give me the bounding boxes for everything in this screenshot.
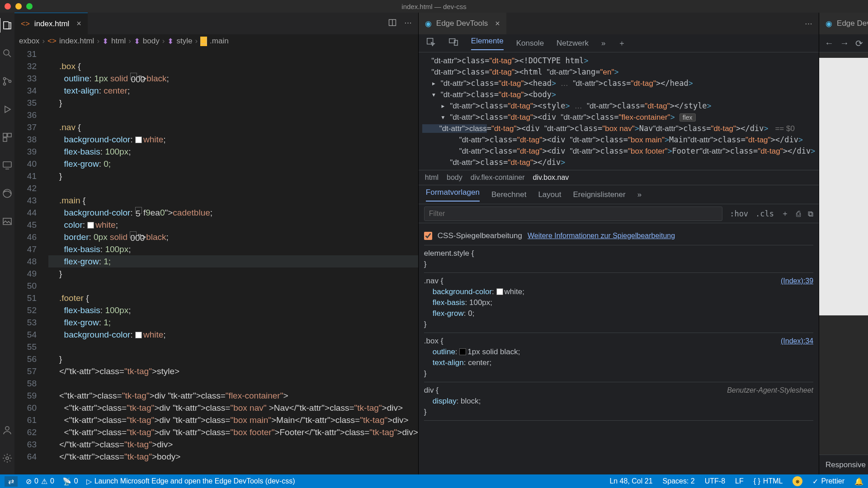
launch-task[interactable]: ▷ Launch Microsoft Edge and open the Edg… [86, 477, 295, 486]
activity-bar [0, 13, 14, 474]
dom-breadcrumb[interactable]: html body div.flex-container div.box.nav [419, 170, 819, 185]
eol-indicator[interactable]: LF [735, 476, 744, 486]
edge-icon: ◉ [826, 19, 832, 28]
svg-rect-13 [427, 38, 433, 44]
styles-toolbar: :hov .cls ＋ ⎙ ⧉ [419, 204, 819, 223]
mirror-info-link[interactable]: Weitere Informationen zur Spiegelbearbei… [528, 230, 675, 241]
svg-point-1 [4, 78, 6, 80]
hov-toggle[interactable]: :hov [730, 209, 748, 218]
browser-tabs: ◉ Edge DevTools: Browser × ⋯ [819, 13, 868, 34]
run-debug-icon[interactable] [0, 102, 14, 117]
add-panel-icon[interactable]: ＋ [618, 38, 626, 48]
panel-konsole[interactable]: Konsole [516, 39, 544, 48]
styles-tabs: Formatvorlagen Berechnet Layout Ereignis… [419, 185, 819, 204]
edge-icon: ◉ [425, 19, 432, 28]
device-toolbar: Responsive ▾ 404 × 570 ⇄ ✎ ◎ [819, 455, 868, 474]
more-tabs-icon[interactable]: » [637, 190, 642, 199]
more-actions-icon[interactable]: ⋯ [404, 18, 412, 29]
search-icon[interactable] [0, 46, 14, 61]
tab-index-html[interactable]: <> index.html × [14, 13, 88, 34]
problems-indicator[interactable]: ⊘ 0 ⚠ 0 [26, 477, 54, 486]
explorer-icon[interactable] [0, 18, 14, 33]
styles-pane[interactable]: CSS-Spiegelbearbeitung Weitere Informati… [419, 223, 819, 474]
language-indicator[interactable]: { } HTML [754, 476, 783, 486]
prettier-indicator[interactable]: ✓ Prettier [812, 476, 844, 486]
encoding-indicator[interactable]: UTF-8 [705, 476, 725, 486]
reload-icon[interactable]: ⟳ [855, 38, 863, 49]
minimize-window-button[interactable] [15, 3, 22, 9]
new-rule-icon[interactable]: ＋ [781, 208, 789, 219]
browser-panel: ◉ Edge DevTools: Browser × ⋯ ← → ⟳ ⧉ Nav… [819, 13, 868, 474]
editor-group: <> index.html × ⋯ exbox› <>index.html› ⬍… [14, 13, 418, 474]
devtools-toolbar: Elemente Konsole Netzwerk » ＋ [419, 34, 819, 52]
breadcrumb[interactable]: exbox› <>index.html› ⬍html› ⬍body› ⬍styl… [14, 34, 418, 48]
tab-edge-devtools[interactable]: ◉ Edge DevTools × [419, 13, 506, 34]
maximize-window-button[interactable] [26, 3, 33, 9]
edge-tools-icon[interactable] [0, 186, 14, 201]
inspect-element-icon[interactable] [426, 37, 436, 49]
more-panels-icon[interactable]: » [601, 39, 605, 48]
svg-point-0 [4, 50, 9, 55]
svg-rect-4 [3, 133, 7, 137]
split-editor-icon[interactable] [388, 18, 397, 29]
tab-edge-browser[interactable]: ◉ Edge DevTools: Browser × [819, 13, 868, 34]
svg-rect-7 [3, 162, 11, 167]
close-window-button[interactable] [5, 3, 11, 9]
ports-indicator[interactable]: 📡 0 [62, 477, 78, 486]
html-file-icon: <> [21, 19, 30, 28]
close-tab-icon[interactable]: × [495, 19, 500, 28]
image-icon[interactable] [0, 214, 14, 229]
styles-extra-icon[interactable]: ⎙ [796, 209, 801, 218]
cls-toggle[interactable]: .cls [755, 209, 774, 218]
svg-point-10 [5, 427, 9, 430]
svg-rect-9 [3, 218, 11, 225]
remote-indicator[interactable]: ⇄ [5, 476, 18, 487]
svg-rect-5 [8, 133, 11, 137]
mirror-checkbox[interactable] [424, 232, 432, 240]
editor-tabs: <> index.html × ⋯ [14, 13, 418, 34]
back-icon[interactable]: ← [825, 38, 834, 48]
tab-label: index.html [34, 19, 69, 28]
svg-point-3 [9, 80, 11, 83]
extensions-icon[interactable] [0, 130, 14, 145]
svg-point-11 [6, 457, 9, 460]
more-actions-icon[interactable]: ⋯ [805, 19, 812, 28]
svg-point-8 [3, 189, 11, 197]
device-mode[interactable]: Responsive ▾ [826, 460, 868, 469]
panel-elemente[interactable]: Elemente [471, 37, 504, 50]
status-bar: ⇄ ⊘ 0 ⚠ 0 📡 0 ▷ Launch Microsoft Edge an… [0, 474, 868, 488]
forward-icon[interactable]: → [840, 38, 849, 48]
dom-tree[interactable]: "dt-attr">class="dt-tag"><!DOCTYPE html>… [419, 52, 819, 170]
browser-viewport-wrap: Nav Main Footer [819, 52, 868, 455]
styles-filter-input[interactable] [424, 206, 722, 221]
device-toggle-icon[interactable] [448, 37, 458, 49]
cursor-position[interactable]: Ln 48, Col 21 [609, 476, 652, 486]
window-title: index.html — dev-css [401, 3, 466, 10]
svg-point-2 [4, 83, 6, 85]
code-editor[interactable]: 3132333435363738394041424344454647484950… [14, 48, 418, 474]
window-titlebar: index.html — dev-css [0, 0, 868, 13]
tab-berechnet[interactable]: Berechnet [491, 190, 527, 199]
devtools-panel: ◉ Edge DevTools × ⋯ Elemente Konsole Net… [418, 13, 819, 474]
accounts-icon[interactable] [0, 423, 14, 437]
browser-viewport[interactable]: Nav Main Footer [819, 58, 868, 315]
styles-extra2-icon[interactable]: ⧉ [808, 209, 813, 218]
devtools-tabs: ◉ Edge DevTools × ⋯ [419, 13, 819, 34]
browser-toolbar: ← → ⟳ ⧉ [819, 34, 868, 52]
remote-explorer-icon[interactable] [0, 158, 14, 173]
source-control-icon[interactable] [0, 74, 14, 89]
settings-gear-icon[interactable] [0, 451, 14, 465]
notifications-icon[interactable]: 🔔 [854, 476, 863, 486]
close-tab-icon[interactable]: × [76, 19, 81, 28]
indent-indicator[interactable]: Spaces: 2 [663, 476, 695, 486]
svg-rect-6 [3, 138, 7, 141]
panel-netzwerk[interactable]: Netzwerk [557, 39, 589, 48]
copilot-indicator[interactable]: ⎈ [793, 476, 802, 486]
tab-layout[interactable]: Layout [538, 190, 561, 199]
tab-formatvorlagen[interactable]: Formatvorlagen [426, 188, 480, 202]
tab-ereignislistener[interactable]: Ereignislistener [573, 190, 625, 199]
